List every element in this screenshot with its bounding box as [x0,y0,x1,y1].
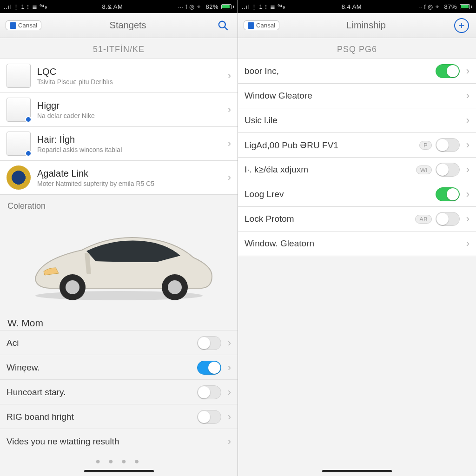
page-title: Stangets [41,20,214,31]
item-title: Ągalate Link [37,168,218,179]
setting-label: I·. k≥/éla xdjuxm [245,165,416,175]
brand-logo-icon [248,22,254,29]
setting-label: Window. Gleatorn [245,238,463,249]
list-item[interactable]: Ągalate Link Moter Natmited supferity by… [0,160,238,195]
list-item[interactable]: Higgr Na delar cader Nike › [0,93,238,127]
list-item[interactable]: Hair: Iİgh Roparicl askis wincons itabla… [0,126,238,161]
setting-row[interactable]: Window. Gleatorn › [238,231,476,256]
status-bar: ..ıl ⋮ 1 ⫶ ≣ ⁹⁴₉ 8.4 AM ·· f ◎ ᯤ 87% [238,0,476,13]
svg-line-1 [225,27,227,30]
page-indicator[interactable]: ● ● ● ● [0,454,238,467]
section-subhead: PSQ PG6 [238,38,476,59]
right-screen: ..ıl ⋮ 1 ⫶ ≣ ⁹⁴₉ 8.4 AM ·· f ◎ ᯤ 87% Car… [238,0,476,476]
setting-label: Usic l.ile [245,115,463,126]
battery-icon [221,4,234,9]
toggle[interactable] [436,64,460,78]
search-button[interactable] [214,17,232,34]
battery-icon [460,4,472,9]
setting-label: Aci [7,338,197,348]
chevron-right-icon: › [225,172,231,184]
battery-pct: 82% [205,3,218,10]
svg-point-6 [168,280,182,294]
item-subtitle: Moter Natmited supferity by emila R5 C5 [37,180,218,187]
brand-badge[interactable]: Carısal [6,20,41,30]
nav-header: Carısal Stangets [0,13,238,38]
signal-icon: ..ıl ⋮ 1 ⫶ ≣ ⁹⁴₉ [4,3,47,10]
toggle[interactable] [197,336,221,350]
chevron-right-icon: › [463,139,469,151]
home-indicator[interactable] [84,470,154,472]
item-title: LQC [37,66,218,77]
value-pill: WI [416,165,432,174]
chevron-right-icon: › [225,138,231,150]
setting-label: Loog Lrev [245,189,436,199]
toggle[interactable] [197,361,221,375]
chevron-right-icon: › [225,362,231,374]
setting-row[interactable]: boor Inc, › [238,59,476,84]
value-pill: P [419,141,432,150]
status-bar: ..ıl ⋮ 1 ⫶ ≣ ⁹⁴₉ 8.& AM ··· f ◎ ᯤ 82% [0,0,238,13]
chevron-right-icon: › [463,213,469,225]
item-title: Higgr [37,100,218,111]
setting-label: RIG boand hright [7,412,197,422]
brand-label: Carısal [18,22,37,29]
setting-label: LigAd,00 Pub ƏRU FV1 [245,140,419,151]
search-icon [217,20,229,32]
toggle[interactable] [436,163,460,177]
plus-icon: + [454,18,469,33]
setting-label: Window Gleatore [245,91,463,101]
brand-badge[interactable]: Carısal [244,20,279,30]
status-right-icons: ··· f ◎ ᯤ [178,3,203,10]
signal-icon: ..ıl ⋮ 1 ⫶ ≣ ⁹⁴₉ [242,3,285,10]
setting-row[interactable]: Winęew. › [0,355,238,380]
list-item[interactable]: LQC Tsivita Piscuɛ pitu Deriblıs › [0,59,238,93]
add-button[interactable]: + [453,17,470,34]
toggle[interactable] [197,410,221,424]
svg-point-4 [66,280,79,294]
setting-label: Lock Protom [245,214,415,224]
chevron-right-icon: › [463,65,469,77]
feature-list: LQC Tsivita Piscuɛ pitu Deriblıs › Higgr… [0,59,238,195]
setting-row[interactable]: LigAd,00 Pub ƏRU FV1 P› [238,132,476,158]
nav-header: Carısal Liminship + [238,13,476,38]
home-indicator[interactable] [322,470,392,472]
toggle[interactable] [436,138,460,152]
status-time: 8.4 AM [342,3,362,10]
toggle[interactable] [436,212,460,226]
section-label: Coleration [0,195,238,214]
setting-row[interactable]: RIG boand hright › [0,404,238,429]
setting-label: Vides you ne wtatting resulth [7,436,225,447]
chevron-right-icon: › [225,104,231,116]
chevron-right-icon: › [225,411,231,423]
thumb-icon [7,132,31,156]
toggle[interactable] [197,385,221,399]
chevron-right-icon: › [463,238,469,250]
chevron-right-icon: › [463,114,469,126]
item-subtitle: Tsivita Piscuɛ pitu Deriblıs [37,78,218,86]
chevron-right-icon: › [225,436,231,448]
setting-row[interactable]: Huncoart stary. › [0,379,238,404]
setting-label: Huncoart stary. [7,387,197,397]
item-title: Hair: Iİgh [37,134,218,145]
setting-label: Winęew. [7,363,197,373]
setting-row[interactable]: I·. k≥/éla xdjuxm WI› [238,157,476,182]
setting-row[interactable]: Usic l.ile › [238,108,476,133]
status-time: 8.& AM [102,3,123,10]
setting-row[interactable]: Window Gleatore › [238,83,476,108]
section-subhead: 51-ITFİN/KE [0,38,238,59]
battery-pct: 87% [444,3,457,10]
setting-row[interactable]: Lock Protom AB› [238,206,476,231]
chevron-right-icon: › [225,386,231,398]
seal-icon [7,165,31,190]
brand-logo-icon [10,22,16,29]
setting-row[interactable]: Vides you ne wtatting resulth › [0,429,238,454]
item-subtitle: Na delar cader Nike [37,112,218,119]
chevron-right-icon: › [225,70,231,82]
svg-point-0 [219,21,225,27]
setting-row[interactable]: Loog Lrev › [238,182,476,207]
toggle[interactable] [436,187,460,201]
vehicle-image [0,214,238,309]
left-screen: ..ıl ⋮ 1 ⫶ ≣ ⁹⁴₉ 8.& AM ··· f ◎ ᯤ 82% Ca… [0,0,238,476]
setting-row[interactable]: Aci › [0,330,238,355]
chevron-right-icon: › [463,90,469,102]
